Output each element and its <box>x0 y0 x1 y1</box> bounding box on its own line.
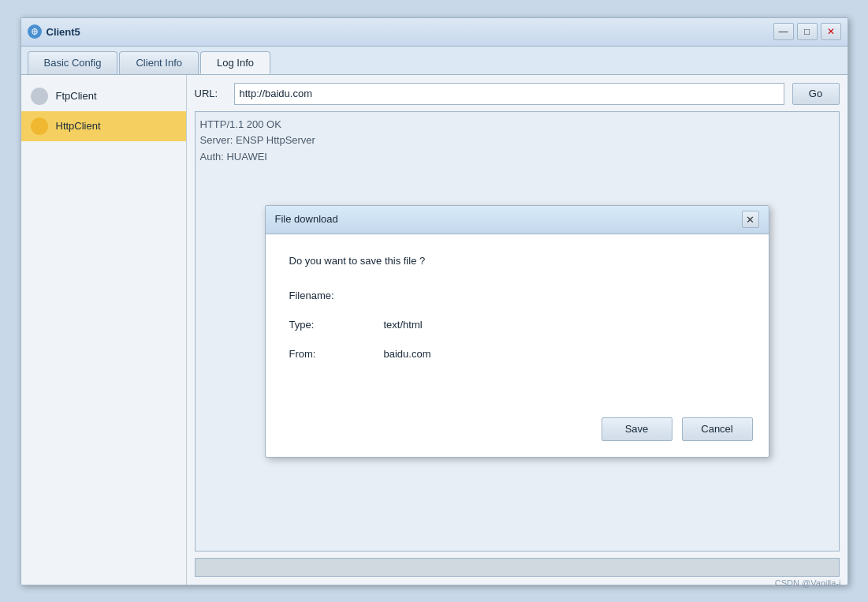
content-area: URL: Go HTTP/1.1 200 OK Server: ENSP Htt… <box>187 75 848 585</box>
modal-field-filename: Filename: <box>289 288 745 305</box>
main-window: Client5 — □ ✕ Basic Config Client Info L… <box>20 17 848 585</box>
tab-log-info[interactable]: Log Info <box>200 51 270 74</box>
sidebar-item-ftp-client[interactable]: FtpClient <box>21 81 186 111</box>
modal-field-from: From: baidu.com <box>289 346 745 363</box>
tab-client-info[interactable]: Client Info <box>119 51 199 74</box>
save-button[interactable]: Save <box>602 417 672 441</box>
app-icon <box>28 24 42 39</box>
window-title: Client5 <box>47 26 773 38</box>
window-controls: — □ ✕ <box>773 23 841 40</box>
close-button[interactable]: ✕ <box>821 23 841 40</box>
url-row: URL: Go <box>195 83 840 105</box>
http-icon <box>31 118 48 135</box>
modal-actions: Save Cancel <box>266 409 769 457</box>
ftp-icon <box>31 88 48 105</box>
url-label: URL: <box>195 88 226 99</box>
url-input[interactable] <box>234 83 784 105</box>
from-label: From: <box>289 346 384 363</box>
from-value: baidu.com <box>384 346 431 363</box>
tabs-bar: Basic Config Client Info Log Info <box>21 47 848 75</box>
modal-question: Do you want to save this file ? <box>289 253 745 270</box>
sidebar-ftp-label: FtpClient <box>56 90 97 102</box>
modal-close-button[interactable]: ✕ <box>742 211 759 228</box>
modal-body: Do you want to save this file ? Filename… <box>266 234 769 409</box>
sidebar-item-http-client[interactable]: HttpClient <box>21 111 186 141</box>
cancel-button[interactable]: Cancel <box>682 417 753 441</box>
modal-field-type: Type: text/html <box>289 317 745 334</box>
maximize-button[interactable]: □ <box>797 23 818 40</box>
log-area[interactable]: HTTP/1.1 200 OK Server: ENSP HttpServer … <box>195 111 840 552</box>
status-bar <box>195 558 840 577</box>
main-content: FtpClient HttpClient URL: Go HTTP/1.1 20… <box>21 75 848 585</box>
sidebar-http-label: HttpClient <box>56 120 101 132</box>
modal-overlay: File download ✕ Do you want to save this… <box>196 112 839 551</box>
type-label: Type: <box>289 317 384 334</box>
minimize-button[interactable]: — <box>773 23 794 40</box>
file-download-modal: File download ✕ Do you want to save this… <box>265 205 769 458</box>
title-bar: Client5 — □ ✕ <box>21 18 848 47</box>
type-value: text/html <box>384 317 423 334</box>
modal-title: File download <box>275 211 742 228</box>
go-button[interactable]: Go <box>792 83 840 105</box>
modal-header: File download ✕ <box>266 206 769 234</box>
tab-basic-config[interactable]: Basic Config <box>28 51 118 74</box>
filename-label: Filename: <box>289 288 384 305</box>
modal-fields: Filename: Type: text/html From: baidu.co… <box>289 288 745 362</box>
sidebar: FtpClient HttpClient <box>21 75 187 585</box>
